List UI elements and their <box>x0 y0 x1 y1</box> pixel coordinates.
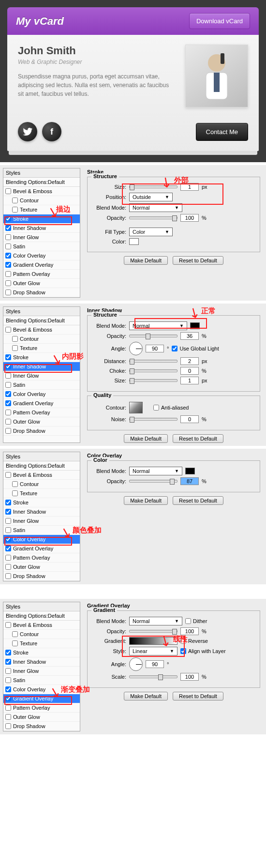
reset-default-button[interactable]: Reset to Default <box>173 434 223 443</box>
reset-default-button[interactable]: Reset to Default <box>173 496 223 505</box>
style-contour[interactable]: Contour <box>3 196 80 205</box>
dither-checkbox[interactable]: Dither <box>185 618 207 624</box>
shadow-color-swatch[interactable] <box>190 322 200 329</box>
texture-checkbox[interactable] <box>12 207 18 213</box>
style-outer-glow[interactable]: Outer Glow <box>3 279 80 288</box>
style-inner-glow[interactable]: Inner Glow <box>3 233 80 242</box>
svg-rect-3 <box>221 53 224 64</box>
inner-shadow-checkbox[interactable] <box>5 225 11 231</box>
download-vcard-button[interactable]: Download vCard <box>189 13 250 29</box>
reset-default-button[interactable]: Reset to Default <box>173 256 223 265</box>
anti-aliased-checkbox[interactable]: Anti-aliased <box>153 405 189 411</box>
vcard-header: My vCard Download vCard <box>7 7 259 35</box>
stroke-checkbox[interactable] <box>5 216 11 222</box>
make-default-button[interactable]: Make Default <box>124 256 168 265</box>
chevron-down-icon: ▼ <box>175 469 179 473</box>
chevron-down-icon: ▼ <box>179 323 184 328</box>
opacity-input[interactable] <box>180 477 199 485</box>
gradient-style-dropdown[interactable]: Linear▼ <box>129 647 177 655</box>
blend-mode-dropdown[interactable]: Normal▼ <box>129 467 182 475</box>
chevron-down-icon: ▼ <box>165 229 169 234</box>
opacity-slider[interactable] <box>129 630 177 633</box>
contour-checkbox[interactable] <box>12 198 18 203</box>
reset-default-button[interactable]: Reset to Default <box>173 692 223 700</box>
styles-list: Styles Blending Options:Default Bevel & … <box>3 306 80 443</box>
blending-options-item[interactable]: Blending Options:Default <box>3 178 80 187</box>
choke-slider[interactable] <box>129 369 177 372</box>
align-layer-checkbox[interactable]: Align with Layer <box>180 648 226 654</box>
layer-style-panel-inner-shadow: Styles Blending Options:Default Bevel & … <box>0 304 266 446</box>
style-pattern-overlay[interactable]: Pattern Overlay <box>3 270 80 279</box>
styles-list: Styles Blending Options:Default Bevel & … <box>3 602 80 731</box>
make-default-button[interactable]: Make Default <box>124 496 168 505</box>
angle-dial[interactable] <box>129 342 143 355</box>
vcard-title: My vCard <box>16 15 64 28</box>
use-global-light-checkbox[interactable]: Use Global Light <box>172 346 219 351</box>
layer-style-panel-gradient-overlay: Styles Blending Options:Default Bevel & … <box>0 599 266 734</box>
svg-rect-2 <box>214 73 220 92</box>
chevron-down-icon: ▼ <box>165 195 169 199</box>
annotation-outside: 外部 <box>174 176 189 185</box>
contact-me-button[interactable]: Contact Me <box>196 123 248 141</box>
twitter-icon[interactable] <box>18 122 37 141</box>
styles-list: Styles Blending Options:Default Bevel & … <box>3 168 80 298</box>
style-color-overlay[interactable]: Color Overlay <box>3 251 80 260</box>
blend-mode-dropdown[interactable]: Normal▼ <box>129 617 182 625</box>
vcard-body: John Smith Web & Graphic Designer Suspen… <box>7 35 259 151</box>
style-inner-shadow[interactable]: Inner Shadow <box>3 362 80 371</box>
satin-checkbox[interactable] <box>5 244 11 249</box>
vcard-person-role: Web & Graphic Designer <box>18 59 176 65</box>
make-default-button[interactable]: Make Default <box>124 434 168 443</box>
style-bevel-emboss[interactable]: Bevel & Emboss <box>3 187 80 196</box>
layer-style-panel-stroke: Styles Blending Options:Default Bevel & … <box>0 165 266 301</box>
size-slider[interactable] <box>129 379 177 382</box>
chevron-down-icon: ▼ <box>175 205 179 210</box>
color-overlay-checkbox[interactable] <box>5 253 11 259</box>
scale-slider[interactable] <box>129 675 177 678</box>
noise-slider[interactable] <box>129 418 177 421</box>
facebook-icon[interactable]: f <box>42 122 61 141</box>
position-dropdown[interactable]: Outside▼ <box>129 193 173 201</box>
styles-list: Styles Blending Options:Default Bevel & … <box>3 452 80 581</box>
vcard-preview: My vCard Download vCard John Smith Web &… <box>0 0 266 162</box>
structure-fieldset: Structure Size:px Position:Outside▼ Blen… <box>87 177 260 252</box>
size-slider[interactable] <box>129 185 177 188</box>
style-satin[interactable]: Satin <box>3 242 80 251</box>
distance-slider[interactable] <box>129 360 177 363</box>
overlay-color-swatch[interactable] <box>185 468 195 474</box>
stroke-color-swatch[interactable] <box>129 238 139 245</box>
style-gradient-overlay[interactable]: Gradient Overlay <box>3 260 80 270</box>
opacity-input[interactable] <box>180 214 199 222</box>
opacity-slider[interactable] <box>129 335 177 337</box>
blend-mode-dropdown[interactable]: Normal▼ <box>129 203 182 212</box>
styles-header: Styles <box>3 168 80 178</box>
bevel-checkbox[interactable] <box>5 188 11 194</box>
card-stack-decoration <box>9 151 257 155</box>
blend-mode-dropdown[interactable]: Normal▼ <box>129 321 187 330</box>
opacity-slider[interactable] <box>129 216 177 219</box>
vcard-description: Suspendisse magna purus, porta eget accu… <box>18 72 176 98</box>
drop-shadow-checkbox[interactable] <box>5 289 11 295</box>
inner-glow-checkbox[interactable] <box>5 234 11 240</box>
chevron-down-icon: ▼ <box>175 619 179 624</box>
gradient-overlay-checkbox[interactable] <box>5 262 11 268</box>
outer-glow-checkbox[interactable] <box>5 280 11 286</box>
style-inner-shadow[interactable]: Inner Shadow <box>3 224 80 233</box>
layer-style-panel-color-overlay: Styles Blending Options:Default Bevel & … <box>0 449 266 584</box>
opacity-slider[interactable] <box>129 480 177 483</box>
style-drop-shadow[interactable]: Drop Shadow <box>3 288 80 297</box>
angle-dial[interactable] <box>129 657 143 671</box>
style-gradient-overlay[interactable]: Gradient Overlay <box>3 694 80 703</box>
chevron-down-icon: ▼ <box>170 649 174 654</box>
style-stroke[interactable]: Stroke <box>3 214 80 224</box>
social-icons: f <box>18 122 61 141</box>
fill-type-dropdown[interactable]: Color▼ <box>129 228 173 236</box>
vcard-photo <box>185 45 248 107</box>
pattern-overlay-checkbox[interactable] <box>5 271 11 277</box>
vcard-person-name: John Smith <box>18 45 176 57</box>
contour-picker[interactable] <box>129 402 143 413</box>
make-default-button[interactable]: Make Default <box>124 692 168 700</box>
